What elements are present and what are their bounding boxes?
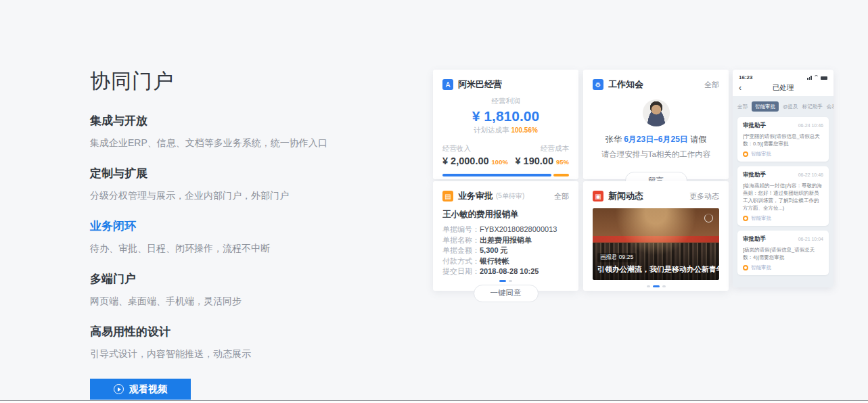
amoeba-card: A 阿米巴经营 经营利润 ¥ 1,810.00 计划达成率 100.56% 经营…	[433, 70, 578, 179]
item-tag: 智能审批	[751, 215, 771, 222]
list-item[interactable]: 审批助手 06-21 10:04 [杨岚的请假(请假信息_请假总天数：4)]需要…	[737, 231, 829, 275]
avatar	[643, 99, 670, 126]
loading-circle-icon	[704, 214, 713, 222]
feature-customization[interactable]: 定制与扩展 分级分权管理与展示，企业内部门户，外部门户	[90, 166, 381, 202]
phone-body: 全部 智能审批 @提及 标记助手 会易订 审批助手 06-24 10:46 [宁…	[733, 96, 833, 287]
item-title: 审批助手	[743, 235, 766, 243]
field-value: 出差费用报销单	[480, 235, 532, 246]
tab-marked[interactable]: 标记助手	[802, 103, 823, 110]
item-date: 06-22 10:46	[798, 172, 823, 177]
list-item[interactable]: 审批助手 06-24 10:46 [宁亚丽的请假(请假信息_请假总天数：0.5)…	[737, 117, 829, 162]
approval-icon: ▤	[442, 191, 453, 202]
feature-heading: 多端门户	[90, 271, 381, 287]
profit-label: 经营利润	[442, 97, 569, 106]
field-row: 付款方式： 银行转帐	[442, 256, 569, 267]
progress-blue-fill	[442, 174, 551, 176]
feature-heading: 业务闭环	[90, 218, 381, 234]
signal-icon	[807, 76, 812, 80]
tab-booking[interactable]: 会易订	[827, 103, 833, 110]
play-icon	[114, 384, 124, 394]
news-pagination-dots[interactable]	[593, 285, 719, 287]
approval-doc-title: 王小敏的费用报销单	[442, 209, 569, 220]
feature-heading: 集成与开放	[90, 113, 381, 128]
progress-orange-fill	[553, 174, 569, 176]
notice-event: 请假	[690, 135, 706, 144]
field-value: 5,300 元	[480, 245, 508, 256]
notice-dates: 6月23日–6月25日	[624, 135, 688, 144]
page-title: 协同门户	[90, 68, 381, 95]
feature-integration[interactable]: 集成与开放 集成企业ERP、信息、文档等多业务系统，统一协作入口	[90, 113, 381, 149]
field-label: 提交日期：	[442, 266, 480, 277]
work-notice-card: ⚙ 工作知会 全部 张华 6月23日–6月25日 请假 请合理安排与Ta相关的工…	[583, 70, 729, 179]
profit-value: ¥ 1,810.00	[442, 108, 569, 124]
notice-person: 张华	[606, 135, 622, 144]
news-headline: 引领办公潮流，我们是移动办公新青年！	[597, 264, 715, 275]
phone-time: 16:23	[739, 74, 752, 80]
field-row: 单据编号： FYBX20180828000013	[442, 224, 569, 235]
feature-heading: 高易用性的设计	[90, 324, 381, 339]
item-date: 06-21 10:04	[798, 237, 823, 241]
list-item[interactable]: 审批助手 06-22 10:46 [给海燕姐的一封信(内容：尊敬的海燕姐：您好！…	[737, 166, 829, 226]
item-date: 06-24 10:46	[798, 123, 823, 128]
plan-rate-label: 计划达成率	[474, 126, 509, 134]
plan-rate-value: 100.56%	[511, 126, 537, 134]
feature-desc: 集成企业ERP、信息、文档等多业务系统，统一协作入口	[90, 137, 381, 149]
feature-desc: 网页端、桌面端、手机端，灵活同步	[90, 295, 381, 308]
income-label: 经营收入	[442, 144, 508, 153]
work-notice-title: 工作知会	[608, 78, 643, 91]
field-label: 单据金额：	[442, 245, 480, 256]
tab-all[interactable]: 全部	[737, 103, 748, 110]
cost-pct: 95%	[556, 158, 569, 166]
cost-value: ¥ 190.00	[516, 156, 553, 166]
approval-card: ▤ 业务审批 (5单待审) 全部 王小敏的费用报销单 单据编号： FYBX201…	[433, 181, 578, 291]
wifi-icon	[814, 75, 819, 80]
field-row: 提交日期： 2018-08-28 10:25	[442, 266, 569, 277]
news-card: ▣ 新闻动态 更多动态 画报君 09:25 引领办公潮流，我们是移动办公新青年！	[583, 181, 729, 291]
field-row: 单据名称： 出差费用报销单	[442, 235, 569, 246]
item-body: [杨岚的请假(请假信息_请假总天数：4)]需要您审批	[743, 246, 823, 261]
income-value: ¥ 2,000.00	[442, 156, 489, 166]
item-body: [宁亚丽的请假(请假信息_请假总天数：0.5)]需要您审批	[743, 133, 823, 147]
tab-mentions[interactable]: @提及	[783, 103, 798, 110]
news-icon: ▣	[593, 191, 603, 202]
watch-video-button[interactable]: 观看视频	[90, 379, 191, 400]
item-tag: 智能审批	[751, 151, 771, 158]
tab-smart-approval[interactable]: 智能审批	[752, 101, 779, 112]
phone-page-title: 已处理	[733, 83, 833, 93]
approval-all-link[interactable]: 全部	[554, 191, 569, 202]
news-photo[interactable]: 画报君 09:25 引领办公潮流，我们是移动办公新青年！	[593, 208, 719, 280]
smart-approval-icon	[743, 265, 748, 270]
feature-business-loop[interactable]: 业务闭环 待办、审批、日程、闭环操作，流程不中断	[90, 218, 381, 255]
news-byline: 画报君 09:25	[597, 253, 636, 262]
phone-mockup: 16:23 ‹ 已处理 全部 智能审批 @提及 标记助手 会易订 审批助手	[733, 70, 833, 287]
feature-desc: 引导式设计，内容智能推送，动态展示	[90, 348, 381, 360]
field-label: 付款方式：	[442, 256, 480, 267]
one-click-approve-button[interactable]: 一键同意	[474, 285, 539, 302]
work-notice-all-link[interactable]: 全部	[704, 80, 719, 90]
news-more-link[interactable]: 更多动态	[689, 191, 719, 202]
approval-title: 业务审批	[458, 190, 493, 202]
feature-panel: 协同门户 集成与开放 集成企业ERP、信息、文档等多业务系统，统一协作入口 定制…	[90, 68, 381, 400]
cost-label: 经营成本	[516, 144, 570, 153]
feature-usability[interactable]: 高易用性的设计 引导式设计，内容智能推送，动态展示	[90, 324, 381, 360]
field-value: FYBX20180828000013	[480, 224, 557, 235]
feature-desc: 待办、审批、日程、闭环操作，流程不中断	[90, 242, 381, 255]
feature-heading: 定制与扩展	[90, 166, 381, 181]
smart-approval-icon	[743, 151, 748, 157]
battery-icon	[821, 76, 827, 80]
feature-multi-portal[interactable]: 多端门户 网页端、桌面端、手机端，灵活同步	[90, 271, 381, 308]
field-label: 单据编号：	[442, 224, 480, 235]
item-body: [给海燕姐的一封信(内容：尊敬的海燕姐：您好！通过集团组织的新员工入职训练营，了…	[743, 182, 823, 212]
income-pct: 100%	[492, 158, 508, 166]
field-value: 2018-08-28 10:25	[480, 266, 539, 277]
amoeba-icon: A	[442, 79, 453, 90]
feature-desc: 分级分权管理与展示，企业内部门户，外部门户	[90, 189, 381, 202]
item-tag: 智能审批	[751, 264, 771, 271]
news-title: 新闻动态	[608, 190, 643, 202]
watch-video-label: 观看视频	[129, 383, 167, 396]
phone-statusbar: 16:23	[733, 70, 833, 82]
field-label: 单据名称：	[442, 235, 480, 246]
approval-pagination-dots[interactable]	[442, 280, 569, 282]
item-title: 审批助手	[743, 122, 766, 130]
dashboard-preview: A 阿米巴经营 经营利润 ¥ 1,810.00 计划达成率 100.56% 经营…	[433, 70, 839, 293]
